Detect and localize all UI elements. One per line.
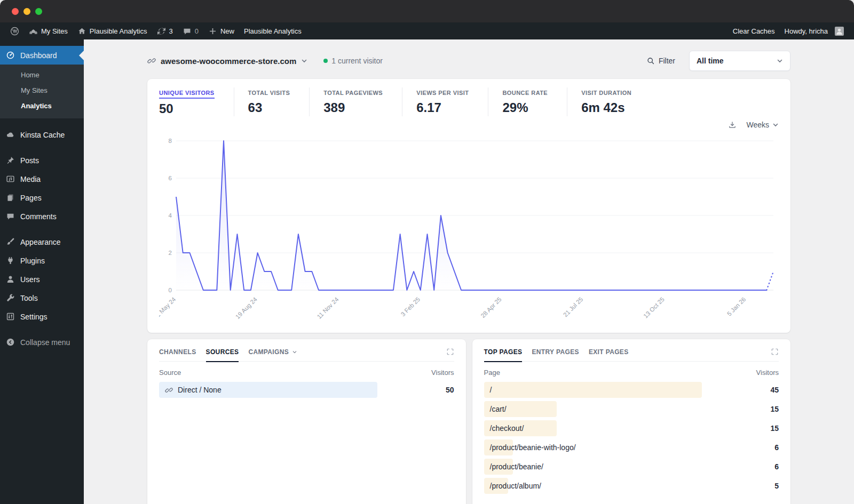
sidebar-subitem-analytics[interactable]: Analytics [0,98,84,114]
tab-entry-pages[interactable]: ENTRY PAGES [532,348,579,356]
site-domain: awesome-woocommerce-store.com [161,57,296,66]
tab-campaigns[interactable]: CAMPAIGNS [248,348,298,356]
metric-value: 50 [159,101,215,116]
howdy-label: Howdy, hricha [785,27,828,35]
sources-expand-button[interactable] [446,348,454,356]
sidebar-item-tools[interactable]: Tools [0,289,84,307]
interval-dropdown[interactable]: Weeks [746,121,779,129]
avatar [835,27,844,36]
tab-label: TOP PAGES [484,348,523,356]
stats-and-chart-card: UNIQUE VISITORS50TOTAL VISITS63TOTAL PAG… [147,79,790,333]
row-label-text: /product/beanie-with-logo/ [490,443,576,452]
tab-top-pages[interactable]: TOP PAGES [484,348,523,356]
current-visitors-indicator[interactable]: 1 current visitor [323,57,383,65]
my-sites-menu[interactable]: My Sites [24,22,73,39]
sources-row-direct-none[interactable]: Direct / None50 [159,382,454,398]
sidebar-item-pages[interactable]: Pages [0,188,84,207]
zoom-window-button[interactable] [35,8,42,15]
row-value: 6 [774,462,779,471]
sources-panel: CHANNELSSOURCESCAMPAIGNSSourceVisitorsDi… [147,339,466,504]
visitors-line-chart[interactable]: 0246831 May 2419 Aug 2411 Nov 243 Feb 25… [159,133,779,330]
pages-tabs: TOP PAGESENTRY PAGESEXIT PAGES [484,348,779,362]
new-content-menu[interactable]: New [203,22,239,39]
sidebar-item-dashboard[interactable]: Dashboard [0,46,84,65]
row-label: /checkout/ [484,424,524,433]
tab-label: CHANNELS [159,348,196,356]
column-header-right: Visitors [756,369,779,377]
site-selector-dropdown[interactable]: awesome-woocommerce-store.com [147,57,307,66]
minimize-window-button[interactable] [23,8,30,15]
close-window-button[interactable] [12,8,19,15]
row-label: /product/album/ [484,482,542,490]
site-menu[interactable]: Plausible Analytics [73,22,152,39]
top-stats-row: UNIQUE VISITORS50TOTAL VISITS63TOTAL PAG… [159,87,779,116]
sidebar-item-kinsta-cache[interactable]: Kinsta Cache [0,125,84,144]
metric-bounce-rate[interactable]: BOUNCE RATE29% [488,87,567,116]
metric-visit-duration[interactable]: VISIT DURATION6m 42s [567,87,651,116]
current-visitors-label: 1 current visitor [331,57,383,65]
tab-exit-pages[interactable]: EXIT PAGES [589,348,629,356]
metric-views-per-visit[interactable]: VIEWS PER VISIT6.17 [402,87,488,116]
wp-admin-bar: My Sites Plausible Analytics 3 0 New Pla… [0,22,854,39]
metric-unique-visitors[interactable]: UNIQUE VISITORS50 [159,87,234,116]
pages-row-product-beanie-with-logo[interactable]: /product/beanie-with-logo/6 [484,439,779,455]
sidebar-subitem-my-sites[interactable]: My Sites [0,83,84,98]
column-header-left: Page [484,369,500,377]
pages-expand-button[interactable] [771,348,779,356]
titlebar [0,0,854,22]
chart-controls: Weeks [159,116,779,133]
sources-table-header: SourceVisitors [159,369,454,377]
tab-channels[interactable]: CHANNELS [159,348,196,356]
updates-menu[interactable]: 3 [152,22,178,39]
x-axis-tick-label: 11 Nov 24 [316,296,340,320]
sidebar-item-posts[interactable]: Posts [0,151,84,170]
x-axis-tick-label: 21 Jul 25 [562,296,584,318]
pages-row-[interactable]: /45 [484,382,779,398]
tab-label: CAMPAIGNS [248,348,289,356]
pages-row-product-album[interactable]: /product/album/5 [484,478,779,494]
menu-separator [0,326,84,333]
sidebar-item-media[interactable]: Media [0,170,84,188]
row-label: / [484,386,492,394]
metric-total-visits[interactable]: TOTAL VISITS63 [234,87,310,116]
sidebar-item-comments[interactable]: Comments [0,207,84,226]
app-window: My Sites Plausible Analytics 3 0 New Pla… [0,0,854,504]
sliders-icon [6,312,15,321]
download-export-button[interactable] [728,121,737,129]
filter-button[interactable]: Filter [646,57,675,65]
clear-caches-button[interactable]: Clear Caches [728,22,780,39]
value-bar [484,382,702,398]
pages-row-product-beanie[interactable]: /product/beanie/6 [484,459,779,475]
x-axis-tick-label: 19 Aug 24 [234,296,259,321]
row-label: /cart/ [484,405,507,413]
wp-logo-menu[interactable] [5,22,24,39]
pages-row-checkout[interactable]: /checkout/15 [484,420,779,436]
interval-label: Weeks [746,121,769,129]
filter-label: Filter [659,57,675,65]
metric-total-pageviews[interactable]: TOTAL PAGEVIEWS389 [309,87,402,116]
sidebar-item-settings[interactable]: Settings [0,307,84,326]
metric-label: BOUNCE RATE [502,90,548,98]
collapse-icon [6,338,15,347]
sidebar-item-label: Comments [20,212,57,221]
sidebar-item-users[interactable]: Users [0,270,84,289]
tab-sources[interactable]: SOURCES [206,348,239,356]
sidebar-item-label: Appearance [20,238,61,246]
tab-label: ENTRY PAGES [532,348,579,356]
account-menu[interactable]: Howdy, hricha [780,22,849,39]
sidebar-item-plugins[interactable]: Plugins [0,251,84,270]
row-value: 50 [446,386,454,394]
pages-row-cart[interactable]: /cart/15 [484,401,779,417]
online-dot-icon [323,59,328,63]
plus-icon [208,27,217,36]
sidebar-item-label: Dashboard [20,51,57,60]
comments-menu[interactable]: 0 [178,22,203,39]
site-menu-label: Plausible Analytics [90,27,147,35]
sidebar-subitem-home[interactable]: Home [0,67,84,83]
sidebar-item-collapse-menu[interactable]: Collapse menu [0,333,84,351]
my-sites-icon [29,27,38,36]
column-header-left: Source [159,369,181,377]
date-range-dropdown[interactable]: All time [689,51,790,71]
row-label: Direct / None [159,386,222,394]
sidebar-item-appearance[interactable]: Appearance [0,233,84,251]
